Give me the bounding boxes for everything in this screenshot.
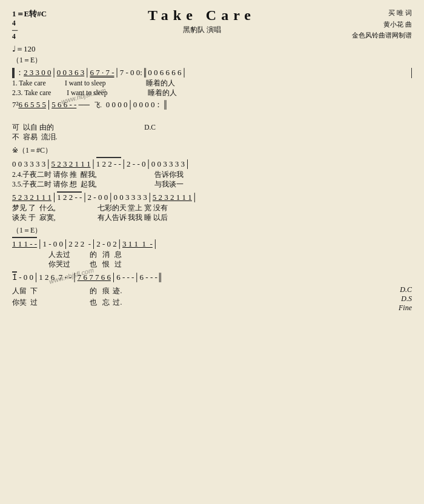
lyrics-line-5: 人去过 的 消 息 你哭过 也 恨 过 — [12, 250, 412, 269]
end-markings: D.C D.S Fine — [399, 285, 412, 313]
bar-line-3: 0 0 3 3 3 3│5 2 3 2 1 1 1│1 2 2 - -│2 - … — [12, 157, 412, 170]
fine-marking: Fine — [399, 303, 412, 313]
key-e: （1＝E） — [12, 55, 412, 65]
section-marker: ※（1＝#C） — [12, 145, 412, 156]
lyrics-line-3: 2.4.子夜二时 请你 推 醒我, 告诉你我 3.5.子夜二时 请你 想 起我,… — [12, 170, 412, 189]
credits-right: 买 唯 词 黄小花 曲 金色风铃曲谱网制谱 — [352, 7, 412, 41]
bar-line-1: ：2 3 3 0 0│0 0 3 6 3│6 7 · 7 -│7 - 0 0:║… — [12, 68, 412, 78]
title-center: Take Care 黑豹队 演唱 — [148, 7, 256, 35]
lyrics-line-2: 可 以自 由的 D.C 不 容易 流泪. — [12, 122, 412, 142]
key-time: 1＝E转#C 4 ─ 4 — [12, 7, 51, 41]
lyrics-line-6: 人留 下 的 痕 迹. 你笑 过 也 忘 过. — [12, 285, 122, 313]
key-change-e: （1＝E） — [12, 225, 412, 236]
ds-marking: D.S — [399, 294, 412, 303]
lyrics-line-4: 梦见 了 什么, 七彩的天 堂上 宽 没有 谈关 于 寂寞, 有人告诉 我我 睡… — [12, 203, 412, 222]
bar-line-5: 1 1 1 - -│1 - 0 0│2 2 2 -│2 - 0 2│3 1 1 … — [12, 237, 412, 250]
tempo-line: ♩＝120 — [12, 44, 412, 55]
lyrics-line-6-container: 人留 下 的 痕 迹. 你笑 过 也 忘 过. D.C D.S Fine — [12, 285, 412, 313]
dc-marking: D.C — [399, 285, 412, 294]
bar-line-4: 5 2 3 2 1 1 1│1 2 2 - -│2 - 0 0│0 0 3 3 … — [12, 191, 412, 203]
